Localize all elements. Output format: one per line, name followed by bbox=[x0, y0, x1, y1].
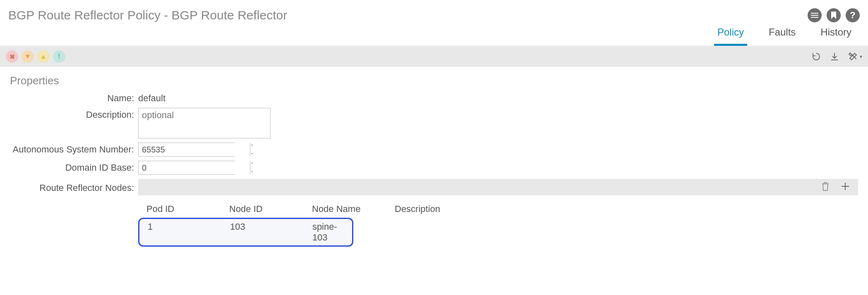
col-header-desc: Description bbox=[395, 204, 858, 214]
row-domain: Domain ID Base: ⌃ ⌄ bbox=[10, 161, 858, 175]
asn-input[interactable] bbox=[139, 143, 250, 156]
tab-history[interactable]: History bbox=[820, 26, 851, 41]
value-name: default bbox=[138, 91, 165, 104]
status-critical-icon[interactable]: ✖ bbox=[6, 50, 18, 63]
domain-spin-down[interactable]: ⌄ bbox=[250, 168, 254, 174]
header-icon-group: ? bbox=[808, 8, 860, 22]
label-name: Name: bbox=[10, 91, 138, 104]
asn-stepper: ⌃ ⌄ bbox=[138, 143, 235, 157]
tabs: Policy Faults History bbox=[0, 26, 868, 46]
domain-stepper: ⌃ ⌄ bbox=[138, 161, 235, 175]
status-major-icon[interactable]: ▼ bbox=[22, 50, 34, 63]
status-icons: ✖ ▼ ▲ ! bbox=[6, 50, 65, 63]
col-header-node: Node ID bbox=[229, 204, 312, 214]
add-icon[interactable] bbox=[841, 182, 850, 193]
row-asn: Autonomous System Number: ⌃ ⌄ bbox=[10, 143, 858, 157]
asn-spin-down[interactable]: ⌄ bbox=[250, 150, 254, 156]
tools-icon[interactable]: ▾ bbox=[848, 52, 862, 61]
tab-faults[interactable]: Faults bbox=[769, 26, 796, 41]
table-row[interactable]: 1 103 spine-103 bbox=[138, 218, 353, 247]
row-name: Name: default bbox=[10, 91, 858, 104]
status-minor-icon[interactable]: ▲ bbox=[37, 50, 50, 63]
chevron-down-icon: ▾ bbox=[860, 54, 862, 59]
row-rr-nodes: Route Reflector Nodes: bbox=[10, 179, 858, 195]
tab-policy[interactable]: Policy bbox=[717, 26, 744, 41]
domain-input[interactable] bbox=[139, 161, 250, 174]
label-rr-nodes: Route Reflector Nodes: bbox=[10, 181, 138, 193]
rr-table-toolbar bbox=[138, 179, 858, 195]
list-icon[interactable] bbox=[808, 8, 822, 22]
status-warning-icon[interactable]: ! bbox=[53, 50, 65, 63]
label-asn: Autonomous System Number: bbox=[10, 143, 138, 155]
trash-icon[interactable] bbox=[821, 181, 830, 193]
page-title: BGP Route Reflector Policy - BGP Route R… bbox=[8, 8, 287, 22]
download-icon[interactable] bbox=[830, 52, 839, 61]
toolbar-actions: ▾ bbox=[812, 52, 862, 61]
rr-table: Pod ID Node ID Node Name Description 1 1… bbox=[138, 195, 858, 247]
bookmark-icon[interactable] bbox=[827, 8, 841, 22]
cell-pod: 1 bbox=[148, 221, 230, 243]
asn-spin: ⌃ ⌄ bbox=[250, 143, 254, 156]
toolbar: ✖ ▼ ▲ ! ▾ bbox=[0, 46, 868, 67]
refresh-icon[interactable] bbox=[812, 52, 821, 61]
header: BGP Route Reflector Policy - BGP Route R… bbox=[0, 0, 868, 26]
form: Name: default Description: Autonomous Sy… bbox=[0, 91, 868, 195]
cell-node: 103 bbox=[230, 221, 312, 243]
rr-table-head: Pod ID Node ID Node Name Description bbox=[138, 195, 858, 218]
description-input[interactable] bbox=[138, 108, 271, 138]
cell-name: spine-103 bbox=[312, 221, 352, 243]
asn-spin-up[interactable]: ⌃ bbox=[250, 143, 254, 150]
col-header-name: Node Name bbox=[312, 204, 395, 214]
domain-spin: ⌃ ⌄ bbox=[250, 161, 254, 174]
col-header-pod: Pod ID bbox=[146, 204, 229, 214]
label-description: Description: bbox=[10, 108, 138, 120]
label-domain: Domain ID Base: bbox=[10, 161, 138, 173]
row-description: Description: bbox=[10, 108, 858, 138]
domain-spin-up[interactable]: ⌃ bbox=[250, 161, 254, 168]
help-icon[interactable]: ? bbox=[846, 8, 860, 22]
section-title: Properties bbox=[0, 67, 868, 91]
